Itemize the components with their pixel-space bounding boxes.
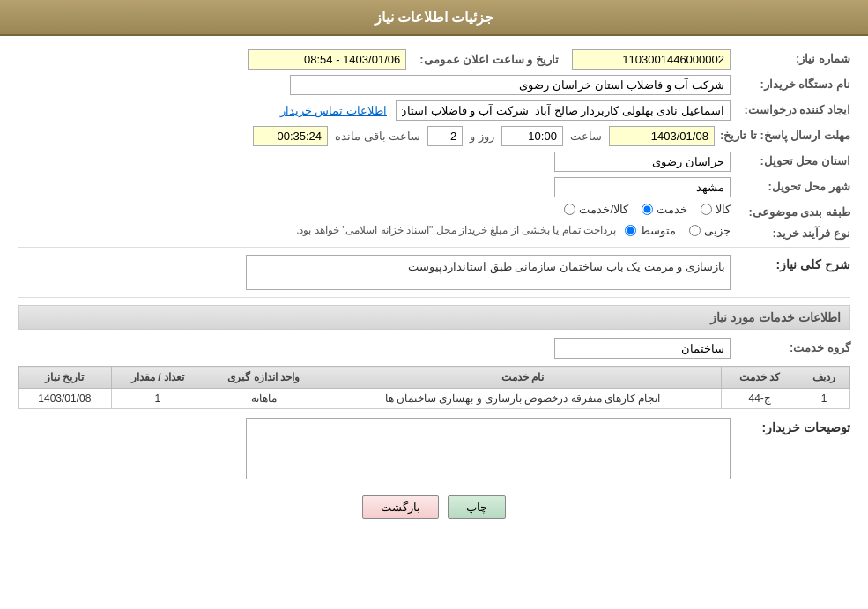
roz-label: روز و	[470, 130, 494, 143]
tosih-row: توصیحات خریدار:	[18, 418, 850, 482]
namDastgah-row: نام دستگاه خریدار:	[18, 75, 850, 95]
shahr-value-area	[18, 177, 731, 197]
tarikh-ilan-input[interactable]	[248, 49, 406, 70]
mohlatIrsal-row: مهلت ارسال پاسخ: تا تاریخ: ساعت روز و سا…	[18, 126, 850, 146]
tabaqe-row: طبقه بندی موضوعی: کالا خدمت کالا/خدمت	[18, 203, 850, 219]
col-tedad: تعداد / مقدار	[111, 367, 204, 389]
saat-input[interactable]	[501, 126, 563, 146]
saatMandeh-label: ساعت باقی مانده	[335, 130, 420, 143]
services-table-body: 1 ج-44 انجام کارهای متفرقه درخصوص بازساز…	[19, 389, 850, 409]
services-section-title: اطلاعات خدمات مورد نیاز	[18, 305, 850, 330]
cell-tarikh: 1403/01/08	[19, 389, 112, 409]
tabaqe-khadamat-radio[interactable]	[642, 204, 653, 215]
ostan-row: استان محل تحویل:	[18, 152, 850, 172]
sharhKoli-box: بازسازی و مرمت یک باب ساختمان سازمانی طب…	[246, 255, 731, 290]
table-row: 1 ج-44 انجام کارهای متفرقه درخصوص بازساز…	[19, 389, 850, 409]
grohKhadamat-input[interactable]	[554, 338, 731, 359]
namDastgah-label: نام دستگاه خریدار:	[736, 75, 850, 91]
shomareNiaz-input[interactable]	[572, 49, 731, 70]
ostan-label: استان محل تحویل:	[736, 152, 850, 167]
grohKhadamat-label: گروه خدمت:	[736, 338, 850, 354]
tabaqe-kala-khadamat-label: کالا/خدمت	[579, 203, 628, 216]
noeFarayand-jozi-label: جزیی	[704, 224, 731, 237]
shomareNiaz-label: شماره نیاز:	[736, 49, 850, 65]
page-title: جزئیات اطلاعات نیاز	[375, 10, 494, 25]
tabaqe-value-area: کالا خدمت کالا/خدمت	[18, 203, 731, 216]
shomareNiaz-row: شماره نیاز: تاریخ و ساعت اعلان عمومی:	[18, 49, 850, 70]
mohlatIrsal-label: مهلت ارسال پاسخ: تا تاریخ:	[720, 126, 850, 142]
ijadKonande-link[interactable]: اطلاعات تماس خریدار	[280, 104, 387, 117]
tarikh-ilan-label: تاریخ و ساعت اعلان عمومی:	[419, 53, 559, 66]
tabaqe-radio-group: کالا خدمت کالا/خدمت	[18, 203, 731, 216]
tabaqe-kala-radio[interactable]	[701, 204, 712, 215]
mohlatDate-input[interactable]	[609, 126, 715, 146]
noeFarayand-motevaset-label: متوسط	[640, 224, 676, 237]
shahr-label: شهر محل تحویل:	[736, 177, 850, 193]
cell-radif: 1	[798, 389, 850, 409]
col-vahed: واحد اندازه گیری	[204, 367, 323, 389]
noeFarayand-jozi: جزیی	[689, 224, 731, 237]
cell-name: انجام کارهای متفرقه درخصوص بازسازی و بهس…	[323, 389, 722, 409]
content-area: شماره نیاز: تاریخ و ساعت اعلان عمومی: نا…	[0, 36, 868, 546]
cell-vahed: ماهانه	[204, 389, 323, 409]
tosih-label: توصیحات خریدار:	[736, 418, 850, 434]
grohKhadamat-value-area	[18, 338, 731, 359]
tabaqe-kala-label: کالا	[716, 203, 731, 216]
ijadKonande-row: ایجاد کننده درخواست: اطلاعات تماس خریدار	[18, 100, 850, 121]
grohKhadamat-row: گروه خدمت:	[18, 338, 850, 359]
services-table-header-row: ردیف کد خدمت نام خدمت واحد اندازه گیری ت…	[19, 367, 850, 389]
namDastgah-value-area	[18, 75, 731, 95]
back-button[interactable]: بازگشت	[362, 495, 439, 519]
page-header: جزئیات اطلاعات نیاز	[0, 0, 868, 36]
noeFarayand-jozi-radio[interactable]	[689, 225, 701, 236]
saat-label: ساعت	[570, 130, 602, 143]
col-kod: کد خدمت	[722, 367, 798, 389]
shahr-row: شهر محل تحویل:	[18, 177, 850, 197]
cell-tedad: 1	[111, 389, 204, 409]
print-button[interactable]: چاپ	[448, 495, 506, 519]
ostan-input[interactable]	[554, 152, 731, 172]
tosih-value-area	[18, 418, 731, 482]
mohlatIrsal-value-area: ساعت روز و ساعت باقی مانده	[18, 126, 715, 146]
ostan-value-area	[18, 152, 731, 172]
shahr-input[interactable]	[554, 177, 731, 197]
divider-2	[18, 297, 850, 298]
tabaqe-khadamat-label: خدمت	[657, 203, 687, 216]
tabaqe-kala-khadamat-radio[interactable]	[564, 204, 575, 215]
col-radif: ردیف	[798, 367, 850, 389]
ijadKonande-input[interactable]	[396, 100, 731, 121]
noeFarayand-row: نوع فرآیند خرید: جزیی متوسط پرداخت تمام …	[18, 224, 850, 240]
divider-1	[18, 247, 850, 248]
sharhKoli-value-area: بازسازی و مرمت یک باب ساختمان سازمانی طب…	[18, 255, 731, 290]
col-name: نام خدمت	[323, 367, 722, 389]
namDastgah-input[interactable]	[290, 75, 731, 95]
col-tarikh: تاریخ نیاز	[19, 367, 112, 389]
cell-kod: ج-44	[722, 389, 798, 409]
tabaqe-kala: کالا	[701, 203, 731, 216]
shomareNiaz-value-area: تاریخ و ساعت اعلان عمومی:	[18, 49, 731, 70]
tosih-textarea[interactable]	[246, 418, 731, 479]
roz-input[interactable]	[427, 126, 463, 146]
noeFarayand-note: پرداخت تمام یا بخشی از مبلغ خریداز محل "…	[296, 224, 616, 236]
services-table: ردیف کد خدمت نام خدمت واحد اندازه گیری ت…	[18, 366, 850, 409]
saatMandeh-input[interactable]	[253, 126, 328, 146]
button-row: چاپ بازگشت	[18, 495, 850, 532]
ijadKonande-label: ایجاد کننده درخواست:	[736, 100, 850, 116]
noeFarayand-radio-group: جزیی متوسط	[625, 224, 731, 237]
ijadKonande-value-area: اطلاعات تماس خریدار	[18, 100, 731, 121]
noeFarayand-motevaset: متوسط	[625, 224, 676, 237]
tabaqe-kala-khadamat: کالا/خدمت	[564, 203, 628, 216]
tabaqe-label: طبقه بندی موضوعی:	[736, 203, 850, 219]
noeFarayand-value-area: جزیی متوسط پرداخت تمام یا بخشی از مبلغ خ…	[18, 224, 731, 237]
tabaqe-khadamat: خدمت	[642, 203, 687, 216]
services-table-head: ردیف کد خدمت نام خدمت واحد اندازه گیری ت…	[19, 367, 850, 389]
page-wrapper: جزئیات اطلاعات نیاز شماره نیاز: تاریخ و …	[0, 0, 868, 609]
sharhKoli-text: بازسازی و مرمت یک باب ساختمان سازمانی طب…	[408, 260, 725, 273]
sharhKoli-row: شرح کلی نیاز: بازسازی و مرمت یک باب ساخت…	[18, 255, 850, 290]
noeFarayand-label: نوع فرآیند خرید:	[736, 224, 850, 240]
sharhKoli-label: شرح کلی نیاز:	[736, 255, 850, 271]
noeFarayand-motevaset-radio[interactable]	[625, 225, 636, 236]
